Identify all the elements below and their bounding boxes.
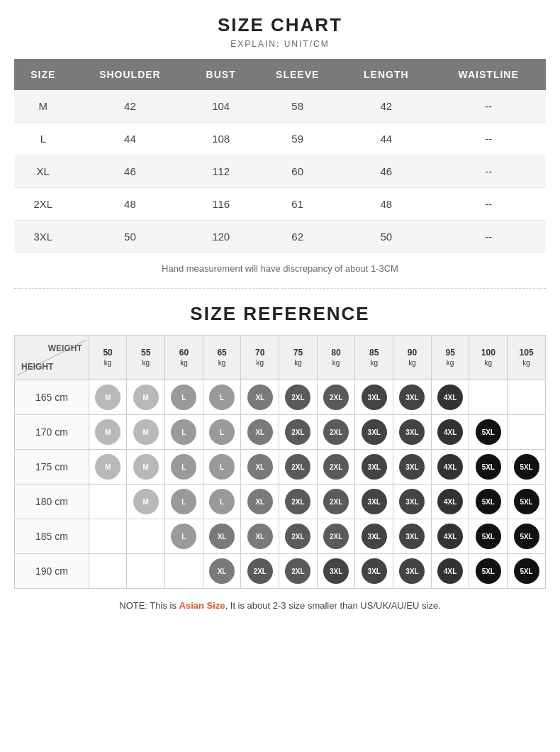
- cell-waistline: --: [431, 123, 546, 155]
- size-cell: M: [127, 380, 165, 415]
- table-header-row: SIZESHOULDERBUSTSLEEVELENGTHWAISTLINE: [14, 59, 546, 90]
- size-cell: M: [89, 415, 127, 450]
- table-row: M421045842--: [14, 90, 546, 123]
- size-cell: 2XL: [279, 415, 318, 450]
- size-cell: XL: [241, 450, 279, 485]
- cell-bust: 116: [188, 188, 254, 221]
- cell-length: 48: [341, 188, 431, 221]
- size-badge: 5XL: [514, 524, 539, 549]
- size-cell: [508, 380, 546, 415]
- size-cell: 2XL: [317, 519, 355, 554]
- column-header: SLEEVE: [254, 59, 341, 90]
- size-badge: XL: [247, 489, 273, 514]
- size-badge: M: [133, 385, 159, 410]
- size-cell: [89, 485, 127, 519]
- ref-body: 165 cmMMLLXL2XL2XL3XL3XL4XL170 cmMMLLXL2…: [15, 380, 546, 589]
- size-cell: 3XL: [393, 519, 432, 554]
- cell-sleeve: 59: [254, 123, 341, 155]
- size-badge: 5XL: [514, 489, 539, 514]
- size-cell: 2XL: [317, 450, 355, 485]
- height-label: 190 cm: [15, 554, 89, 589]
- cell-length: 42: [341, 90, 431, 123]
- size-cell: 5XL: [508, 450, 546, 485]
- size-cell: 4XL: [431, 519, 469, 554]
- size-badge: 2XL: [323, 489, 349, 514]
- column-header: LENGTH: [341, 59, 431, 90]
- size-cell: 3XL: [393, 485, 432, 519]
- corner-cell: WEIGHT HEIGHT: [15, 336, 89, 380]
- size-cell: 2XL: [317, 380, 355, 415]
- size-cell: M: [127, 485, 165, 519]
- size-cell: M: [89, 380, 127, 415]
- cell-shoulder: 44: [72, 123, 189, 155]
- height-label: 170 cm: [15, 415, 89, 450]
- size-badge: 3XL: [323, 558, 349, 584]
- size-cell: L: [203, 485, 241, 519]
- table-row: 3XL501206250--: [14, 221, 546, 253]
- size-chart-table: SIZESHOULDERBUSTSLEEVELENGTHWAISTLINE M4…: [14, 59, 546, 253]
- size-cell: [89, 519, 127, 554]
- size-badge: 2XL: [323, 419, 349, 445]
- size-cell: XL: [241, 519, 279, 554]
- ref-table-row: 165 cmMMLLXL2XL2XL3XL3XL4XL: [15, 380, 546, 415]
- size-reference-section: SIZE REFERENCE WEIGHT HEIGHT 50kg55kg60k…: [14, 303, 546, 611]
- size-badge: 3XL: [399, 558, 425, 584]
- size-cell: 2XL: [241, 554, 279, 589]
- cell-sleeve: 58: [254, 90, 341, 123]
- note-asian: Asian Size: [179, 600, 225, 611]
- weight-header: 60kg: [165, 336, 203, 380]
- size-cell: 5XL: [508, 519, 546, 554]
- size-badge: 2XL: [323, 385, 349, 410]
- size-cell: 2XL: [317, 485, 355, 519]
- size-cell: 4XL: [431, 380, 469, 415]
- cell-waistline: --: [431, 155, 546, 188]
- size-cell: 2XL: [317, 415, 355, 450]
- weight-header: 55kg: [127, 336, 165, 380]
- ref-header-row: WEIGHT HEIGHT 50kg55kg60kg65kg70kg75kg80…: [15, 336, 546, 380]
- size-badge: L: [209, 419, 235, 445]
- size-badge: 2XL: [285, 524, 310, 549]
- size-badge: L: [171, 385, 196, 410]
- size-cell: L: [165, 450, 203, 485]
- weight-header: 75kg: [279, 336, 318, 380]
- size-cell: 5XL: [469, 554, 508, 589]
- note-text: NOTE: This is Asian Size, It is about 2-…: [14, 600, 546, 611]
- size-cell: [508, 415, 546, 450]
- cell-shoulder: 46: [72, 155, 189, 188]
- size-badge: M: [95, 419, 121, 445]
- weight-header: 65kg: [203, 336, 241, 380]
- size-cell: 5XL: [508, 485, 546, 519]
- size-cell: 3XL: [393, 450, 432, 485]
- size-badge: 3XL: [399, 489, 425, 514]
- size-badge: XL: [247, 524, 273, 549]
- size-cell: 5XL: [469, 485, 508, 519]
- size-badge: 4XL: [437, 419, 463, 445]
- cell-bust: 112: [188, 155, 254, 188]
- height-label: 185 cm: [15, 519, 89, 554]
- cell-bust: 104: [188, 90, 254, 123]
- size-chart-section: SIZE CHART EXPLAIN: UNIT/CM SIZESHOULDER…: [14, 14, 546, 274]
- size-badge: 2XL: [323, 524, 349, 549]
- size-badge: 3XL: [362, 524, 387, 549]
- size-cell: XL: [241, 485, 279, 519]
- size-cell: M: [127, 415, 165, 450]
- size-badge: 3XL: [399, 524, 425, 549]
- size-badge: 3XL: [362, 419, 387, 445]
- size-badge: XL: [247, 419, 273, 445]
- size-cell: 4XL: [431, 485, 469, 519]
- size-badge: 3XL: [362, 385, 387, 410]
- size-cell: 5XL: [469, 450, 508, 485]
- ref-table-row: 175 cmMMLLXL2XL2XL3XL3XL4XL5XL5XL: [15, 450, 546, 485]
- table-body: M421045842--L441085944--XL461126046--2XL…: [14, 90, 546, 253]
- weight-header: 80kg: [317, 336, 355, 380]
- size-badge: M: [95, 454, 121, 480]
- size-badge: XL: [247, 385, 273, 410]
- size-badge: XL: [209, 558, 235, 584]
- column-header: SIZE: [14, 59, 72, 90]
- size-badge: 2XL: [247, 558, 273, 584]
- size-badge: 4XL: [437, 558, 463, 584]
- size-cell: 3XL: [393, 380, 432, 415]
- ref-table-row: 170 cmMMLLXL2XL2XL3XL3XL4XL5XL: [15, 415, 546, 450]
- size-cell: 3XL: [355, 415, 393, 450]
- height-label: 165 cm: [15, 380, 89, 415]
